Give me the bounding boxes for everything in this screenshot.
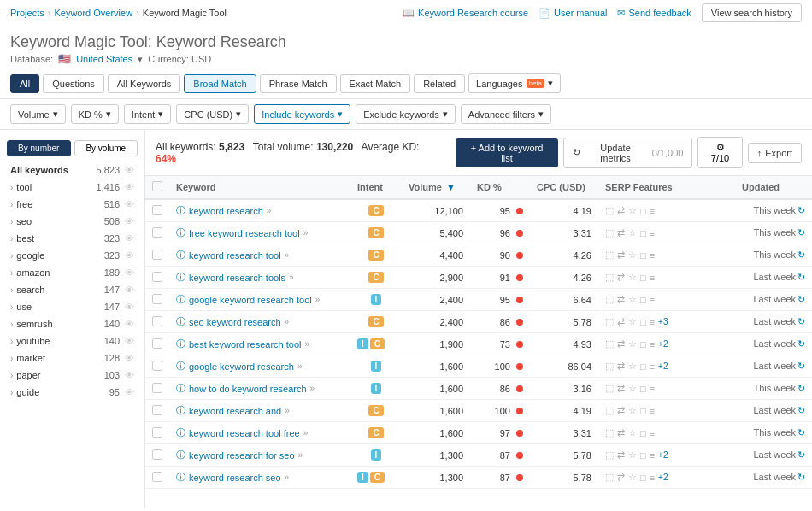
keyword-link[interactable]: ⓘ free keyword research tool » (176, 226, 344, 239)
row-checkbox[interactable] (152, 405, 162, 415)
header-updated: Updated (735, 176, 812, 199)
keyword-link[interactable]: ⓘ keyword research tools » (176, 271, 344, 284)
sidebar-item-paper[interactable]: › paper 103 👁 (0, 367, 144, 384)
sidebar-item-market[interactable]: › market 128 👁 (0, 349, 144, 367)
keyword-link[interactable]: ⓘ keyword research and » (176, 404, 344, 417)
row-checkbox[interactable] (152, 272, 162, 282)
sidebar-item-tool[interactable]: › tool 1,416 👁 (0, 179, 144, 196)
add-to-list-button[interactable]: + Add to keyword list (456, 138, 559, 167)
volume-cell: 12,100 (402, 199, 470, 222)
serp-icon-star: ☆ (628, 383, 637, 394)
tab-all[interactable]: All (10, 74, 39, 93)
filter-volume[interactable]: Volume ▾ (10, 104, 66, 124)
select-all-checkbox[interactable] (152, 181, 162, 191)
row-checkbox[interactable] (152, 361, 162, 371)
filter-include-keywords[interactable]: Include keywords ▾ (254, 104, 350, 124)
intent-cell: C (350, 244, 402, 267)
serp-icons: ⬚ ⇄ ☆ □ ≡ (605, 250, 728, 261)
tab-exact-match[interactable]: Exact Match (340, 74, 411, 93)
keyword-link[interactable]: ⓘ google keyword research tool » (176, 293, 344, 306)
settings-button[interactable]: ⚙ 7/10 (697, 137, 742, 168)
keyword-text: keyword research seo (189, 473, 281, 483)
row-checkbox[interactable] (152, 383, 162, 393)
filter-cpc[interactable]: CPC (USD) ▾ (176, 104, 249, 124)
row-checkbox[interactable] (152, 449, 162, 460)
kd-cell: 97 (470, 422, 530, 444)
row-checkbox[interactable] (152, 250, 162, 260)
serp-icon-star: ☆ (628, 294, 637, 305)
keyword-link[interactable]: ⓘ seo keyword research » (176, 315, 344, 328)
breadcrumb-projects[interactable]: Projects (10, 8, 44, 18)
sidebar-item-guide[interactable]: › guide 95 👁 (0, 384, 144, 401)
keyword-link[interactable]: ⓘ keyword research seo » (176, 471, 344, 484)
course-link[interactable]: 📖 Keyword Research course (403, 8, 528, 19)
tab-questions[interactable]: Questions (43, 74, 104, 93)
row-checkbox-cell (145, 444, 169, 467)
expand-icon-amazon: › (10, 268, 13, 278)
row-checkbox[interactable] (152, 294, 162, 304)
manual-link[interactable]: 📄 User manual (538, 8, 607, 19)
sidebar-item-search[interactable]: › search 147 👁 (0, 281, 144, 298)
by-number-button[interactable]: By number (7, 140, 71, 156)
keyword-link[interactable]: ⓘ google keyword research » (176, 360, 344, 373)
row-checkbox[interactable] (152, 227, 162, 238)
keyword-link[interactable]: ⓘ how to do keyword research » (176, 382, 344, 395)
sidebar-item-amazon[interactable]: › amazon 189 👁 (0, 264, 144, 281)
keyword-link[interactable]: ⓘ keyword research tool » (176, 249, 344, 261)
row-checkbox[interactable] (152, 316, 162, 326)
keyword-link[interactable]: ⓘ keyword research » (176, 204, 344, 217)
cpc-cell: 6.64 (530, 289, 598, 311)
filter-exclude-keywords[interactable]: Exclude keywords ▾ (356, 104, 456, 124)
filter-kd[interactable]: KD % ▾ (71, 104, 119, 124)
header-serp: SERP Features (598, 176, 735, 199)
expand-icon-best: › (10, 234, 13, 244)
summary-keywords: All keywords: 5,823 Total volume: 130,22… (156, 141, 442, 165)
by-volume-button[interactable]: By volume (74, 140, 138, 156)
db-value[interactable]: United States (76, 54, 132, 64)
keyword-text: best keyword research tool (189, 339, 301, 349)
feedback-link[interactable]: ✉ Send feedback (617, 8, 691, 19)
tab-all-keywords[interactable]: All Keywords (108, 74, 181, 93)
update-metrics-button[interactable]: ↻ Update metrics 0/1,000 (563, 138, 692, 168)
row-checkbox[interactable] (152, 427, 162, 438)
keyword-link[interactable]: ⓘ keyword research tool free » (176, 426, 344, 439)
export-btn-label: Export (765, 148, 792, 158)
sidebar-item-all-keywords[interactable]: All keywords 5,823 👁 (0, 162, 144, 179)
sidebar-item-google[interactable]: › google 323 👁 (0, 247, 144, 264)
chevron-down-icon: ▾ (548, 78, 553, 89)
breadcrumb-keyword-overview[interactable]: Keyword Overview (54, 8, 132, 18)
sidebar-item-seo[interactable]: › seo 508 👁 (0, 213, 144, 230)
keyword-link[interactable]: ⓘ best keyword research tool » (176, 338, 344, 350)
keyword-link[interactable]: ⓘ keyword research for seo » (176, 449, 344, 461)
tab-related[interactable]: Related (414, 74, 465, 93)
volume-cell: 1,900 (402, 333, 470, 355)
filter-intent[interactable]: Intent ▾ (124, 104, 172, 124)
settings-val: 7/10 (711, 153, 729, 163)
arrow-icon: » (285, 317, 290, 326)
sidebar-item-youtube[interactable]: › youtube 140 👁 (0, 332, 144, 349)
tab-broad-match[interactable]: Broad Match (184, 74, 256, 93)
header-volume[interactable]: Volume ▼ (402, 176, 470, 199)
update-icon: ↻ (797, 361, 805, 371)
serp-icons: ⬚ ⇄ ☆ □ ≡ (605, 272, 728, 283)
sidebar-item-use[interactable]: › use 147 👁 (0, 298, 144, 315)
view-history-button[interactable]: View search history (702, 3, 802, 22)
export-button[interactable]: ↑ Export (748, 143, 802, 163)
info-icon: ⓘ (176, 271, 185, 284)
row-checkbox-cell (145, 222, 169, 244)
row-checkbox[interactable] (152, 338, 162, 349)
serp-cell: ⬚ ⇄ ☆ □ ≡ +3 (598, 311, 735, 333)
volume-cell: 1,300 (402, 467, 470, 489)
sidebar-item-semrush[interactable]: › semrush 140 👁 (0, 315, 144, 332)
kd-cell: 96 (470, 222, 530, 244)
languages-button[interactable]: Languages beta ▾ (468, 73, 561, 93)
tab-phrase-match[interactable]: Phrase Match (260, 74, 337, 93)
sidebar-item-best[interactable]: › best 323 👁 (0, 230, 144, 247)
filter-advanced[interactable]: Advanced filters ▾ (461, 104, 551, 124)
row-checkbox[interactable] (152, 205, 162, 215)
sidebar-item-free[interactable]: › free 516 👁 (0, 196, 144, 213)
page-title-static: Keyword Magic Tool: (10, 33, 152, 50)
kd-dot (516, 208, 523, 214)
serp-icon-box: □ (640, 273, 646, 283)
row-checkbox[interactable] (152, 472, 162, 482)
